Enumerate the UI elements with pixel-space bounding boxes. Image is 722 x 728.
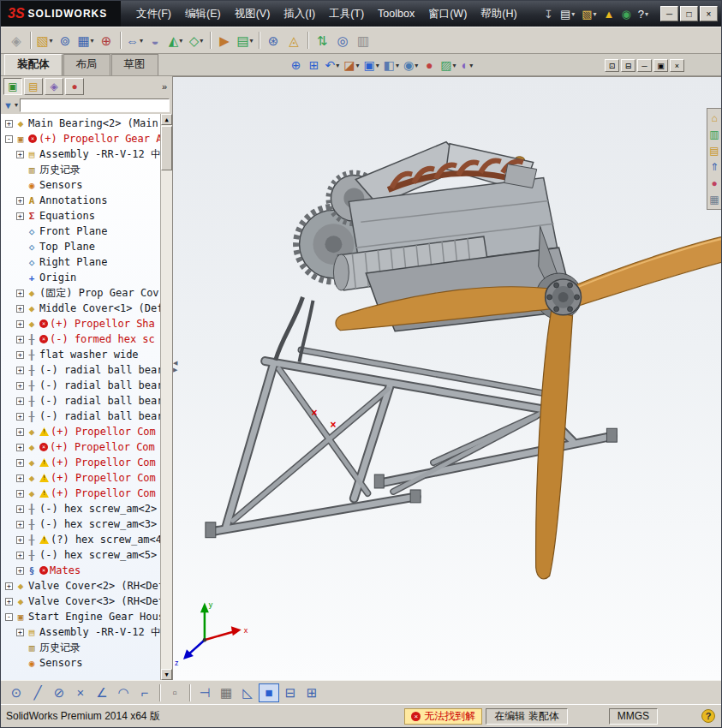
tree-expand-toggle[interactable]: + [16, 629, 24, 636]
property-manager-tab[interactable]: ▤ [24, 78, 43, 95]
close-button[interactable]: × [700, 6, 718, 21]
tree-expand-toggle[interactable]: + [16, 289, 24, 297]
feature-manager-tab[interactable]: ▣ [3, 78, 22, 95]
tree-item[interactable]: +◆!(+) Propellor Com [1, 455, 172, 470]
tree-item[interactable]: +ΣEquations [1, 208, 172, 224]
sketch-chamfer-button[interactable]: ◺ [237, 683, 258, 702]
shaded-view-button[interactable]: ■ [259, 683, 279, 702]
configuration-manager-tab[interactable]: ◈ [45, 78, 63, 95]
tree-item[interactable]: +▤Assembly -RR-V-12 中 [1, 624, 172, 640]
reference-geometry-dropdown-caret-icon[interactable]: ▾ [200, 37, 203, 45]
menu-item-5[interactable]: Toolbox [371, 1, 421, 27]
tree-expand-toggle[interactable]: + [5, 598, 13, 606]
new-document-icon[interactable]: ▤▾ [560, 8, 575, 21]
previous-view-button[interactable]: ↶▾ [324, 57, 342, 74]
tree-item[interactable]: ◇Front Plane [1, 224, 172, 239]
panel-splitter-handle[interactable]: ◀▶ [173, 360, 181, 373]
menu-item-0[interactable]: 文件(F) [129, 1, 178, 27]
tree-expand-toggle[interactable]: + [16, 197, 24, 205]
view-palette-icon[interactable]: ⇑ [710, 162, 719, 172]
tree-expand-toggle[interactable]: + [5, 120, 13, 128]
menu-item-3[interactable]: 插入(I) [277, 1, 322, 27]
tree-expand-toggle[interactable]: + [16, 521, 24, 528]
tree-item[interactable]: +AAnnotations [1, 193, 172, 208]
take-snapshot-button[interactable]: ◎ [332, 30, 353, 51]
tree-expand-toggle[interactable]: + [16, 444, 24, 451]
tree-expand-toggle[interactable]: + [16, 459, 24, 467]
tab-sketch[interactable]: 草图 [111, 54, 158, 75]
linear-pattern-button[interactable]: ▦▾ [75, 30, 96, 51]
tree-expand-toggle[interactable]: + [16, 382, 24, 390]
apply-scene-dropdown-caret-icon[interactable]: ▾ [452, 62, 456, 69]
menu-pin-icon[interactable]: ↧ [544, 8, 553, 21]
scroll-thumb[interactable] [161, 126, 172, 170]
status-lights-icon[interactable]: ◉ [621, 8, 630, 21]
sketch-table-button[interactable]: ⊞ [301, 683, 322, 702]
viewport-split-button[interactable]: ⊟ [621, 59, 635, 72]
tree-item[interactable]: ◇Top Plane [1, 239, 172, 254]
tree-expand-toggle[interactable]: + [5, 582, 13, 590]
tree-expand-toggle[interactable]: - [5, 135, 13, 143]
filter-funnel-icon[interactable]: ▼ [3, 100, 13, 110]
open-document-dropdown-caret-icon[interactable]: ▾ [594, 10, 597, 18]
assembly-features-button[interactable]: ◭▾ [165, 30, 186, 51]
sketch-centerline-button[interactable]: ∠ [92, 683, 112, 702]
tree-item[interactable]: -▣Start Engine Gear Housi [1, 609, 172, 624]
tree-item[interactable]: +◆Middle Cover<1> (Def [1, 301, 172, 316]
menu-item-1[interactable]: 编辑(E) [178, 1, 228, 27]
appearances-icon[interactable]: ● [711, 178, 717, 188]
doc-close-button[interactable]: × [670, 59, 684, 72]
menu-item-7[interactable]: 帮助(H) [474, 1, 523, 27]
doc-restore-button[interactable]: ▣ [653, 59, 668, 72]
panel-expand-chevron[interactable]: » [162, 81, 170, 92]
tree-expand-toggle[interactable]: + [16, 567, 24, 575]
tree-expand-toggle[interactable]: + [16, 320, 24, 328]
tree-scrollbar[interactable]: ▲▼ [160, 114, 172, 680]
section-view-button[interactable]: ◪▾ [342, 57, 361, 74]
tree-item[interactable]: +╂(-) hex screw_am<5> [1, 547, 172, 563]
menu-item-2[interactable]: 视图(V) [228, 1, 277, 27]
insert-components-button[interactable]: ▧▾ [34, 30, 55, 51]
update-assembly-button[interactable]: ⇅ [312, 30, 332, 51]
tree-expand-toggle[interactable]: + [16, 151, 24, 158]
tree-expand-toggle[interactable]: + [16, 367, 24, 374]
display-style-dropdown-caret-icon[interactable]: ▾ [396, 62, 399, 69]
tree-expand-toggle[interactable]: + [16, 397, 24, 405]
tree-expand-toggle[interactable]: + [16, 413, 24, 421]
bill-of-materials-dropdown-caret-icon[interactable]: ▾ [250, 37, 254, 45]
open-document-icon[interactable]: ▧▾ [582, 8, 596, 21]
move-component-button[interactable]: ⇔▾ [124, 30, 145, 51]
tree-item[interactable]: +╂×(-) formed hex sc [1, 331, 172, 347]
menu-item-4[interactable]: 工具(T) [322, 1, 371, 27]
sketch-corner-button[interactable]: ⌐ [134, 683, 155, 702]
tree-item[interactable]: +▤Assembly -RR-V-12 中 [1, 146, 172, 162]
edit-appearance-button[interactable]: ● [421, 57, 438, 74]
tree-expand-toggle[interactable]: + [16, 351, 24, 359]
zoom-area-button[interactable]: ⊞ [306, 57, 323, 74]
sketch-arc-button[interactable]: ◠ [113, 683, 134, 702]
status-units-cell[interactable]: MMGS [609, 708, 658, 725]
model-3d[interactable]: × × [173, 77, 721, 680]
tree-item[interactable]: +◆Main Bearing<2> (Main B [1, 116, 172, 131]
tree-item[interactable]: +╂flat washer wide [1, 347, 172, 362]
tree-item[interactable]: +◆Valve Cover<3> (RH<Def [1, 594, 172, 609]
tree-expand-toggle[interactable]: + [16, 305, 24, 313]
tree-expand-toggle[interactable]: + [16, 505, 24, 513]
status-help-icon[interactable]: ? [701, 709, 715, 723]
tree-item[interactable]: +╂(-) radial ball bear [1, 393, 172, 409]
tree-item[interactable]: +╂(-) radial ball bear [1, 378, 172, 393]
tree-expand-toggle[interactable]: + [16, 536, 24, 544]
sketch-grid-button[interactable]: ▦ [216, 683, 236, 702]
tree-item[interactable]: +╂!(?) hex screw_am<4 [1, 532, 172, 547]
exploded-view-button[interactable]: ⊛ [263, 30, 283, 51]
sketch-select-box-button[interactable]: ▫ [164, 683, 185, 702]
assembly-features-dropdown-caret-icon[interactable]: ▾ [179, 37, 182, 45]
view-settings-dropdown-caret-icon[interactable]: ▾ [469, 62, 473, 69]
tree-item[interactable]: ◇Right Plane [1, 254, 172, 270]
hide-show-items-button[interactable]: ◉▾ [402, 57, 420, 74]
solidworks-resources-icon[interactable]: ⌂ [711, 113, 717, 123]
sketch-circle-button[interactable]: ⊙ [6, 683, 27, 702]
instant3d-button[interactable]: ◬ [283, 30, 304, 51]
tree-item[interactable]: ▥历史记录 [1, 162, 172, 177]
engine-assembly[interactable] [276, 142, 582, 362]
